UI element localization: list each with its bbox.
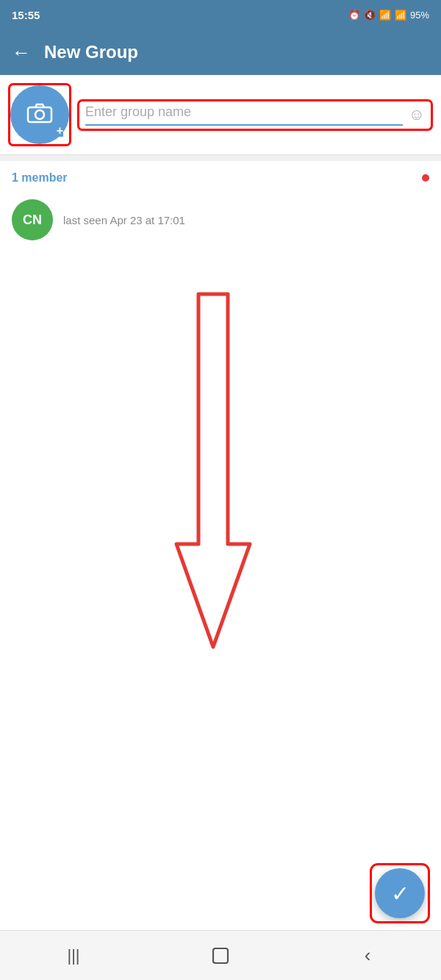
back-button[interactable]: ← [12, 43, 31, 62]
member-item: CN last seen Apr 23 at 17:01 [12, 195, 429, 245]
page-title: New Group [44, 42, 138, 62]
group-name-wrapper: ☺ [79, 101, 431, 129]
status-time: 15:55 [12, 9, 40, 21]
avatar: CN [12, 199, 53, 240]
svg-rect-4 [213, 948, 228, 963]
members-header: 1 member [12, 171, 429, 185]
status-bar: 15:55 ⏰ 🔇 📶 📶 95% [0, 0, 441, 29]
group-name-input[interactable] [85, 104, 403, 126]
header: ← New Group [0, 29, 441, 75]
arrow-annotation [162, 287, 265, 654]
members-count: 1 member [12, 171, 68, 185]
signal-icon: 📶 [395, 10, 406, 21]
check-icon: ✓ [391, 881, 409, 906]
camera-button-wrapper: + [10, 85, 69, 144]
camera-plus-icon: + [57, 125, 63, 137]
bottom-nav: ||| ‹ [0, 930, 441, 980]
camera-button[interactable]: + [10, 85, 69, 144]
group-setup-section: + ☺ [0, 75, 441, 155]
confirm-button[interactable]: ✓ [375, 868, 425, 918]
recent-apps-button[interactable]: ||| [55, 937, 92, 974]
members-dot-indicator [422, 174, 429, 182]
wifi-icon: 📶 [379, 10, 391, 21]
members-section: 1 member CN last seen Apr 23 at 17:01 [0, 161, 441, 245]
camera-icon [26, 101, 53, 129]
svg-marker-3 [176, 294, 250, 647]
section-divider [0, 155, 441, 161]
mute-icon: 🔇 [364, 10, 376, 21]
member-info: last seen Apr 23 at 17:01 [63, 214, 185, 226]
svg-point-1 [35, 110, 44, 119]
status-icons: ⏰ 🔇 📶 📶 95% [348, 10, 429, 21]
back-nav-button[interactable]: ‹ [349, 937, 386, 974]
member-last-seen: last seen Apr 23 at 17:01 [63, 214, 185, 226]
battery-label: 95% [410, 10, 429, 21]
emoji-button[interactable]: ☺ [409, 105, 425, 124]
home-button[interactable] [202, 937, 239, 974]
alarm-icon: ⏰ [348, 10, 360, 21]
fab-wrapper: ✓ [372, 865, 428, 921]
